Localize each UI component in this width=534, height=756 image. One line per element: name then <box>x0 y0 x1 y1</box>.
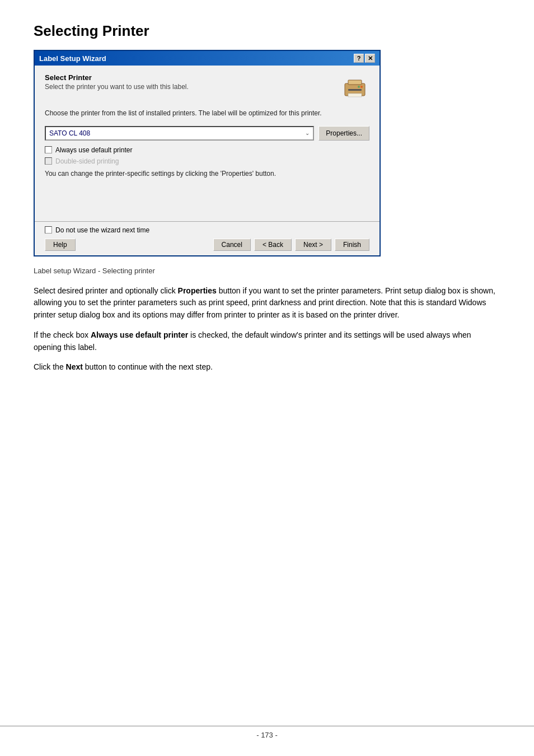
svg-point-4 <box>360 86 363 88</box>
printer-selected-value: SATO CL 408 <box>49 129 90 137</box>
next-button[interactable]: Next > <box>295 239 331 251</box>
page-number: - 173 - <box>256 731 278 739</box>
svg-point-5 <box>358 86 360 88</box>
dialog-titlebar: Label Setup Wizard ? ✕ <box>35 51 380 66</box>
help-titlebar-button[interactable]: ? <box>354 54 364 63</box>
printer-icon <box>340 73 369 104</box>
dialog-spacer <box>45 181 369 214</box>
page-title: Selecting Printer <box>34 22 500 40</box>
dialog-footer: Do not use the wizard next time Help Can… <box>35 221 380 255</box>
paragraph-3: Click the Next button to continue with t… <box>34 361 500 374</box>
instruction-text: Choose the printer from the list of inst… <box>45 109 369 118</box>
back-button[interactable]: < Back <box>254 239 292 251</box>
double-sided-label: Double-sided printing <box>55 157 119 165</box>
paragraph-1: Select desired printer and optionally cl… <box>34 285 500 321</box>
printer-dropdown[interactable]: SATO CL 408 ⌄ <box>45 126 314 141</box>
section-info: Select Printer Select the printer you wa… <box>45 73 189 96</box>
no-wizard-checkbox[interactable] <box>45 226 52 234</box>
help-button[interactable]: Help <box>45 239 76 251</box>
always-default-checkbox[interactable] <box>45 146 52 153</box>
paragraph-2: If the check box Always use default prin… <box>34 329 500 353</box>
footer-checkbox-row: Do not use the wizard next time <box>45 226 369 234</box>
dialog-title: Label Setup Wizard <box>39 54 106 63</box>
no-wizard-label: Do not use the wizard next time <box>55 226 149 234</box>
footer-buttons: Help Cancel < Back Next > Finish <box>45 239 369 251</box>
page-footer: - 173 - <box>0 726 534 739</box>
section-sub: Select the printer you want to use with … <box>45 83 189 91</box>
cancel-button[interactable]: Cancel <box>213 239 251 251</box>
double-sided-row: Double-sided printing <box>45 157 369 165</box>
svg-rect-2 <box>348 94 362 97</box>
dialog-body: Select Printer Select the printer you wa… <box>35 66 380 221</box>
close-titlebar-button[interactable]: ✕ <box>365 54 375 63</box>
always-default-label: Always use default printer <box>55 146 132 154</box>
properties-note: You can change the printer-specific sett… <box>45 170 369 178</box>
svg-rect-1 <box>348 80 362 85</box>
body-paragraphs: Select desired printer and optionally cl… <box>34 285 500 374</box>
printer-select-row: SATO CL 408 ⌄ Properties... <box>45 126 369 141</box>
always-default-row: Always use default printer <box>45 146 369 154</box>
section-header: Select Printer <box>45 73 189 82</box>
finish-button[interactable]: Finish <box>335 239 369 251</box>
double-sided-checkbox[interactable] <box>45 157 52 165</box>
titlebar-buttons: ? ✕ <box>354 54 375 63</box>
dropdown-arrow-icon: ⌄ <box>305 130 310 136</box>
svg-rect-3 <box>348 89 362 91</box>
dialog-caption: Label setup Wizard - Selecting printer <box>34 267 500 275</box>
properties-button[interactable]: Properties... <box>318 126 369 141</box>
label-setup-wizard-dialog: Label Setup Wizard ? ✕ Select Printer Se… <box>34 50 381 256</box>
